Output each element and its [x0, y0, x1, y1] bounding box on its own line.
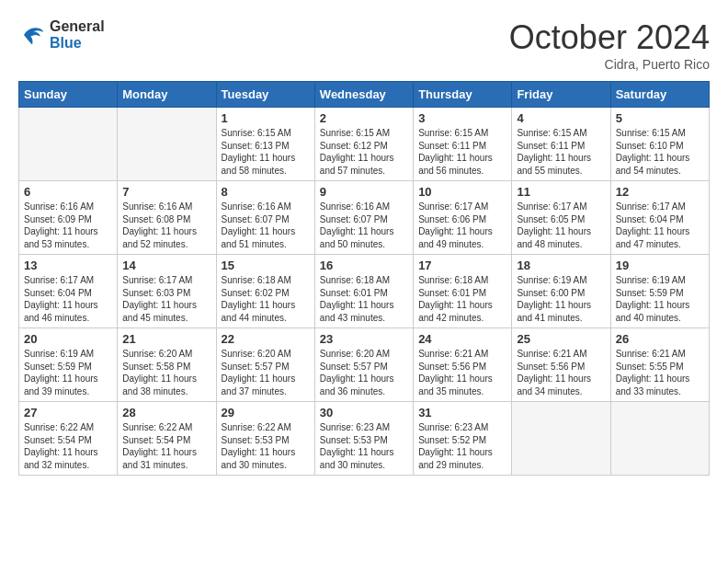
day-info: Sunrise: 6:19 AM Sunset: 6:00 PM Dayligh… — [517, 274, 605, 324]
calendar-cell: 7Sunrise: 6:16 AM Sunset: 6:08 PM Daylig… — [118, 181, 216, 255]
day-number: 21 — [122, 332, 210, 346]
day-number: 28 — [122, 406, 210, 419]
day-info: Sunrise: 6:15 AM Sunset: 6:11 PM Dayligh… — [418, 127, 506, 177]
day-number: 17 — [418, 259, 506, 272]
calendar-cell: 3Sunrise: 6:15 AM Sunset: 6:11 PM Daylig… — [414, 108, 512, 181]
day-number: 18 — [517, 259, 605, 272]
calendar-cell: 23Sunrise: 6:20 AM Sunset: 5:57 PM Dayli… — [314, 328, 413, 402]
calendar-cell: 22Sunrise: 6:20 AM Sunset: 5:57 PM Dayli… — [216, 328, 314, 402]
calendar-cell: 20Sunrise: 6:19 AM Sunset: 5:59 PM Dayli… — [19, 328, 118, 402]
day-number: 10 — [418, 185, 506, 199]
calendar-cell: 19Sunrise: 6:19 AM Sunset: 5:59 PM Dayli… — [610, 255, 709, 328]
calendar-cell: 1Sunrise: 6:15 AM Sunset: 6:13 PM Daylig… — [216, 108, 314, 181]
calendar-cell — [610, 402, 709, 476]
day-number: 30 — [320, 406, 408, 419]
calendar-cell: 9Sunrise: 6:16 AM Sunset: 6:07 PM Daylig… — [314, 181, 413, 255]
calendar-table: SundayMondayTuesdayWednesdayThursdayFrid… — [18, 81, 710, 476]
day-info: Sunrise: 6:21 AM Sunset: 5:56 PM Dayligh… — [517, 348, 605, 397]
day-number: 16 — [320, 259, 408, 272]
day-info: Sunrise: 6:16 AM Sunset: 6:09 PM Dayligh… — [24, 201, 112, 250]
day-number: 31 — [418, 406, 506, 419]
day-info: Sunrise: 6:16 AM Sunset: 6:08 PM Dayligh… — [122, 201, 210, 250]
weekday-header-sunday: Sunday — [19, 82, 118, 108]
day-number: 1 — [222, 111, 310, 125]
calendar-cell: 30Sunrise: 6:23 AM Sunset: 5:53 PM Dayli… — [314, 402, 413, 476]
day-number: 9 — [320, 185, 408, 199]
calendar-cell: 15Sunrise: 6:18 AM Sunset: 6:02 PM Dayli… — [216, 255, 314, 328]
day-number: 8 — [222, 185, 310, 199]
day-number: 6 — [24, 185, 112, 199]
day-number: 3 — [418, 111, 506, 125]
day-number: 23 — [320, 332, 408, 346]
calendar-cell: 25Sunrise: 6:21 AM Sunset: 5:56 PM Dayli… — [512, 328, 610, 402]
calendar-week-row: 27Sunrise: 6:22 AM Sunset: 5:54 PM Dayli… — [19, 402, 710, 476]
day-info: Sunrise: 6:19 AM Sunset: 5:59 PM Dayligh… — [24, 348, 112, 397]
day-info: Sunrise: 6:23 AM Sunset: 5:53 PM Dayligh… — [320, 421, 408, 471]
day-info: Sunrise: 6:17 AM Sunset: 6:04 PM Dayligh… — [24, 274, 112, 324]
weekday-header-thursday: Thursday — [414, 82, 512, 108]
day-info: Sunrise: 6:19 AM Sunset: 5:59 PM Dayligh… — [616, 274, 704, 324]
day-number: 19 — [616, 259, 704, 272]
day-info: Sunrise: 6:21 AM Sunset: 5:56 PM Dayligh… — [418, 348, 506, 397]
day-number: 20 — [24, 332, 112, 346]
weekday-header-row: SundayMondayTuesdayWednesdayThursdayFrid… — [19, 82, 710, 108]
day-info: Sunrise: 6:22 AM Sunset: 5:54 PM Dayligh… — [122, 421, 210, 471]
weekday-header-friday: Friday — [512, 82, 610, 108]
calendar-week-row: 20Sunrise: 6:19 AM Sunset: 5:59 PM Dayli… — [19, 328, 710, 402]
day-number: 2 — [320, 111, 408, 125]
calendar-cell: 8Sunrise: 6:16 AM Sunset: 6:07 PM Daylig… — [216, 181, 314, 255]
day-number: 15 — [222, 259, 310, 272]
weekday-header-saturday: Saturday — [610, 82, 709, 108]
day-info: Sunrise: 6:18 AM Sunset: 6:01 PM Dayligh… — [418, 274, 506, 324]
day-number: 12 — [616, 185, 704, 199]
day-info: Sunrise: 6:17 AM Sunset: 6:06 PM Dayligh… — [418, 201, 506, 250]
calendar-cell — [19, 108, 118, 181]
calendar-week-row: 1Sunrise: 6:15 AM Sunset: 6:13 PM Daylig… — [19, 108, 710, 181]
calendar-cell: 31Sunrise: 6:23 AM Sunset: 5:52 PM Dayli… — [414, 402, 512, 476]
calendar-cell — [512, 402, 610, 476]
day-number: 4 — [517, 111, 605, 125]
day-info: Sunrise: 6:22 AM Sunset: 5:53 PM Dayligh… — [222, 421, 310, 471]
month-title: October 2024 — [509, 18, 710, 57]
weekday-header-wednesday: Wednesday — [314, 82, 413, 108]
day-info: Sunrise: 6:18 AM Sunset: 6:01 PM Dayligh… — [320, 274, 408, 324]
calendar-cell: 2Sunrise: 6:15 AM Sunset: 6:12 PM Daylig… — [314, 108, 413, 181]
day-number: 5 — [616, 111, 704, 125]
day-number: 25 — [517, 332, 605, 346]
day-number: 7 — [122, 185, 210, 199]
calendar-cell: 18Sunrise: 6:19 AM Sunset: 6:00 PM Dayli… — [512, 255, 610, 328]
calendar-week-row: 6Sunrise: 6:16 AM Sunset: 6:09 PM Daylig… — [19, 181, 710, 255]
calendar-cell: 14Sunrise: 6:17 AM Sunset: 6:03 PM Dayli… — [118, 255, 216, 328]
calendar-cell: 11Sunrise: 6:17 AM Sunset: 6:05 PM Dayli… — [512, 181, 610, 255]
day-info: Sunrise: 6:17 AM Sunset: 6:03 PM Dayligh… — [122, 274, 210, 324]
day-info: Sunrise: 6:16 AM Sunset: 6:07 PM Dayligh… — [222, 201, 310, 250]
day-number: 24 — [418, 332, 506, 346]
day-info: Sunrise: 6:20 AM Sunset: 5:57 PM Dayligh… — [320, 348, 408, 397]
calendar-cell: 17Sunrise: 6:18 AM Sunset: 6:01 PM Dayli… — [414, 255, 512, 328]
day-number: 14 — [122, 259, 210, 272]
logo-text: General Blue — [50, 18, 105, 52]
day-info: Sunrise: 6:23 AM Sunset: 5:52 PM Dayligh… — [418, 421, 506, 471]
day-info: Sunrise: 6:22 AM Sunset: 5:54 PM Dayligh… — [24, 421, 112, 471]
day-info: Sunrise: 6:16 AM Sunset: 6:07 PM Dayligh… — [320, 201, 408, 250]
calendar-cell: 5Sunrise: 6:15 AM Sunset: 6:10 PM Daylig… — [610, 108, 709, 181]
calendar-cell: 21Sunrise: 6:20 AM Sunset: 5:58 PM Dayli… — [118, 328, 216, 402]
calendar-cell: 4Sunrise: 6:15 AM Sunset: 6:11 PM Daylig… — [512, 108, 610, 181]
day-info: Sunrise: 6:15 AM Sunset: 6:10 PM Dayligh… — [616, 127, 704, 177]
day-number: 13 — [24, 259, 112, 272]
day-info: Sunrise: 6:21 AM Sunset: 5:55 PM Dayligh… — [616, 348, 704, 397]
logo-icon — [18, 21, 46, 49]
day-info: Sunrise: 6:20 AM Sunset: 5:58 PM Dayligh… — [122, 348, 210, 397]
weekday-header-tuesday: Tuesday — [216, 82, 314, 108]
calendar-cell: 16Sunrise: 6:18 AM Sunset: 6:01 PM Dayli… — [314, 255, 413, 328]
day-info: Sunrise: 6:20 AM Sunset: 5:57 PM Dayligh… — [222, 348, 310, 397]
day-number: 29 — [222, 406, 310, 419]
day-info: Sunrise: 6:15 AM Sunset: 6:11 PM Dayligh… — [517, 127, 605, 177]
calendar-cell: 26Sunrise: 6:21 AM Sunset: 5:55 PM Dayli… — [610, 328, 709, 402]
calendar-cell: 6Sunrise: 6:16 AM Sunset: 6:09 PM Daylig… — [19, 181, 118, 255]
weekday-header-monday: Monday — [118, 82, 216, 108]
calendar-cell: 27Sunrise: 6:22 AM Sunset: 5:54 PM Dayli… — [19, 402, 118, 476]
calendar-cell: 12Sunrise: 6:17 AM Sunset: 6:04 PM Dayli… — [610, 181, 709, 255]
day-info: Sunrise: 6:17 AM Sunset: 6:05 PM Dayligh… — [517, 201, 605, 250]
location-subtitle: Cidra, Puerto Rico — [509, 57, 710, 72]
